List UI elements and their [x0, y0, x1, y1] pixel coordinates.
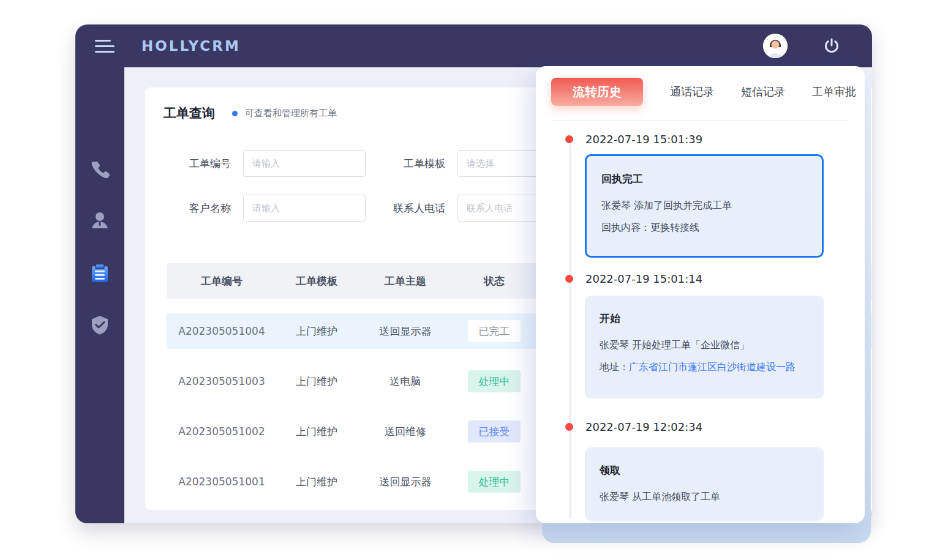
sidebar: [75, 67, 124, 523]
phone-icon: [89, 159, 111, 184]
row-subject: 送电脑: [356, 375, 454, 389]
tab-approval[interactable]: 工单审批: [812, 84, 856, 99]
timeline-card-line: 张爱琴 开始处理工单「企业微信」: [600, 334, 809, 356]
order-id-placeholder: 请输入: [252, 158, 280, 170]
clipboard-icon: [88, 262, 111, 288]
filter-row-2: 客户名称 请输入 联系人电话 联系人电话: [145, 195, 580, 222]
sidebar-item-contacts[interactable]: [75, 207, 124, 236]
status-badge: 已完工: [468, 320, 521, 342]
timeline-date-row: 2022-07-19 15:01:14: [565, 272, 702, 285]
tab-flow-history[interactable]: 流转历史: [551, 78, 643, 106]
shield-check-icon: [89, 314, 111, 338]
status-badge: 已接受: [468, 420, 521, 442]
timeline-date: 2022-07-19 15:01:14: [585, 272, 702, 285]
sidebar-item-security[interactable]: [75, 312, 124, 341]
topbar: HOLLYCRM: [75, 24, 872, 67]
timeline-date-row: 2022-07-19 12:02:34: [565, 420, 702, 433]
timeline-card-start[interactable]: 开始 张爱琴 开始处理工单「企业微信」 地址： 广东省江门市蓬江区白沙街道建设一…: [585, 296, 824, 398]
timeline-card-title: 回执完工: [601, 172, 807, 186]
brand-logo: HOLLYCRM: [141, 38, 241, 54]
col-subject: 工单主题: [356, 274, 454, 288]
menu-icon[interactable]: [95, 36, 116, 56]
page-subtitle: 可查看和管理所有工单: [245, 108, 337, 119]
customer-placeholder: 请输入: [252, 203, 280, 214]
page-title: 工单查询: [164, 105, 215, 122]
sidebar-item-workorders-active[interactable]: [75, 260, 124, 289]
phone-placeholder: 联系人电话: [467, 203, 513, 214]
timeline-card-line: 张爱琴 添加了回执并完成工单: [601, 195, 807, 217]
status-badge: 处理中: [468, 370, 521, 392]
row-order-id: A202305051002: [167, 425, 277, 438]
row-template: 上门维护: [277, 324, 356, 338]
filter-row-1: 工单编号 请输入 工单模板 请选择: [145, 150, 580, 177]
avatar[interactable]: [763, 34, 788, 58]
timeline-dot-icon: [565, 423, 573, 431]
customer-name-input[interactable]: 请输入: [243, 195, 366, 222]
filter-label-template: 工单模板: [366, 157, 445, 171]
timeline-line: [570, 144, 571, 519]
timeline-card-completed[interactable]: 回执完工 张爱琴 添加了回执并完成工单 回执内容：更换转接线: [585, 154, 824, 258]
power-icon[interactable]: [822, 36, 841, 56]
timeline-card-claim[interactable]: 领取 张爱琴 从工单池领取了工单: [585, 447, 824, 521]
filter-label-customer: 客户名称: [145, 201, 231, 215]
col-template: 工单模板: [277, 274, 356, 288]
row-template: 上门维护: [277, 475, 356, 489]
timeline-card-line: 回执内容：更换转接线: [601, 217, 807, 239]
row-subject: 送回显示器: [356, 475, 454, 489]
stage: HOLLYCRM: [0, 0, 929, 560]
user-icon: [89, 209, 111, 234]
timeline-date: 2022-07-19 15:01:39: [585, 133, 702, 146]
timeline-card-line: 张爱琴 从工单池领取了工单: [600, 486, 809, 508]
address-label: 地址：: [600, 356, 629, 378]
timeline-address-row: 地址： 广东省江门市蓬江区白沙街道建设一路: [600, 356, 809, 378]
col-order-id: 工单编号: [167, 274, 277, 288]
timeline-dot-icon: [565, 275, 573, 283]
panel-tabs: 流转历史 通话记录 短信记录 工单审批: [551, 78, 856, 106]
tabs-divider: [551, 120, 849, 121]
tab-call-records[interactable]: 通话记录: [670, 84, 714, 99]
row-order-id: A202305051004: [167, 325, 277, 337]
row-subject: 送回维修: [356, 425, 454, 439]
address-link[interactable]: 广东省江门市蓬江区白沙街道建设一路: [629, 356, 795, 378]
history-panel: 流转历史 通话记录 短信记录 工单审批 2022-07-19 15:01:39 …: [536, 66, 865, 523]
filter-label-order-id: 工单编号: [145, 157, 231, 171]
col-status: 状态: [454, 274, 534, 288]
filter-label-phone: 联系人电话: [366, 201, 445, 215]
subtitle-dot-icon: [232, 111, 238, 116]
row-order-id: A202305051003: [167, 375, 277, 387]
row-order-id: A202305051001: [167, 476, 277, 488]
sidebar-item-calls[interactable]: [75, 157, 124, 186]
row-template: 上门维护: [277, 375, 356, 389]
topbar-right: [763, 24, 872, 67]
tab-sms-records[interactable]: 短信记录: [741, 84, 785, 99]
timeline-card-title: 领取: [600, 463, 809, 477]
row-subject: 送回显示器: [356, 324, 454, 338]
timeline-dot-icon: [565, 135, 573, 143]
status-badge: 处理中: [468, 471, 521, 493]
timeline-date-row: 2022-07-19 15:01:39: [565, 133, 702, 146]
row-template: 上门维护: [277, 425, 356, 439]
template-placeholder: 请选择: [467, 158, 494, 170]
order-id-input[interactable]: 请输入: [243, 150, 366, 177]
timeline-date: 2022-07-19 12:02:34: [585, 420, 702, 433]
card-header: 工单查询 可查看和管理所有工单: [164, 105, 337, 122]
timeline-card-title: 开始: [600, 312, 809, 326]
